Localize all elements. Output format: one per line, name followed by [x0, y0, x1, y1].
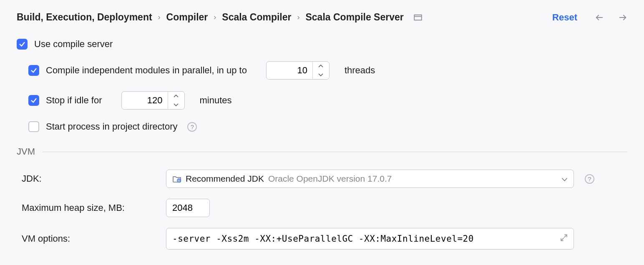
stepper-up-icon[interactable] [168, 92, 184, 100]
stop-idle-label: Stop if idle for [46, 95, 102, 106]
stepper-down-icon[interactable] [168, 100, 184, 109]
stop-idle-input[interactable] [122, 92, 168, 109]
jdk-label: JDK: [22, 173, 158, 184]
parallel-threads-input[interactable] [267, 62, 312, 79]
parallel-threads-unit: threads [345, 65, 375, 76]
svg-line-5 [564, 235, 567, 238]
compile-parallel-checkbox[interactable] [28, 65, 39, 76]
divider [43, 152, 627, 152]
help-icon[interactable]: ? [187, 122, 197, 132]
window-icon [414, 13, 422, 22]
jdk-name: Recommended JDK [186, 174, 264, 184]
svg-line-6 [561, 238, 564, 241]
use-compile-server-label: Use compile server [34, 39, 113, 50]
stop-idle-stepper[interactable] [121, 91, 185, 110]
chevron-right-icon: › [297, 13, 299, 22]
breadcrumb-item[interactable]: Scala Compile Server [305, 12, 403, 23]
heap-size-label: Maximum heap size, MB: [22, 202, 158, 213]
help-icon[interactable]: ? [585, 174, 594, 184]
breadcrumb-item[interactable]: Build, Execution, Deployment [17, 12, 152, 23]
svg-rect-0 [414, 15, 422, 20]
reset-button[interactable]: Reset [552, 12, 577, 23]
breadcrumb-item[interactable]: Compiler [166, 12, 208, 23]
start-in-project-checkbox[interactable] [28, 121, 39, 132]
back-button[interactable] [595, 13, 604, 22]
stop-idle-unit: minutes [200, 95, 232, 106]
breadcrumb: Build, Execution, Deployment › Compiler … [17, 12, 422, 23]
compile-parallel-label: Compile independent modules in parallel,… [46, 65, 247, 76]
jdk-select[interactable]: Recommended JDK Oracle OpenJDK version 1… [166, 170, 574, 188]
forward-button[interactable] [618, 13, 627, 22]
folder-icon [172, 175, 181, 183]
vm-options-label: VM options: [22, 233, 158, 244]
chevron-down-icon [561, 174, 568, 184]
breadcrumb-item[interactable]: Scala Compiler [222, 12, 291, 23]
parallel-threads-stepper[interactable] [266, 61, 330, 80]
use-compile-server-checkbox[interactable] [17, 39, 28, 50]
stepper-down-icon[interactable] [313, 70, 329, 79]
jvm-section-title: JVM [17, 146, 35, 157]
stepper-up-icon[interactable] [313, 62, 329, 70]
start-in-project-label: Start process in project directory [46, 121, 177, 132]
expand-icon[interactable] [560, 234, 568, 244]
vm-options-input[interactable] [166, 228, 574, 250]
jdk-detail: Oracle OpenJDK version 17.0.7 [268, 174, 392, 184]
chevron-right-icon: › [158, 13, 161, 22]
heap-size-input[interactable] [166, 199, 210, 217]
chevron-right-icon: › [214, 13, 216, 22]
stop-idle-checkbox[interactable] [28, 95, 39, 106]
